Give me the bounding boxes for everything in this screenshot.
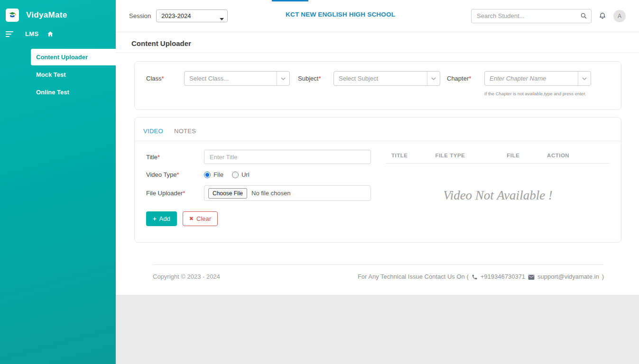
main-column: Session 2023-2024 KCT NEW ENGLISH HIGH S… — [116, 0, 639, 364]
chapter-field: Chapter* If the Chapter is not available… — [440, 71, 591, 97]
clear-button[interactable]: ✖ Clear — [183, 211, 218, 226]
uploader-body: Title* Video Type* File — [135, 141, 621, 242]
user-avatar[interactable]: A — [613, 10, 626, 22]
uploader-tabs: VIDEO NOTES — [135, 118, 621, 141]
chevron-down-icon — [427, 72, 440, 85]
class-field: Class* Select Class... — [146, 71, 290, 97]
sidebar-menu: Content Uploader Mock Test Online Test — [0, 49, 116, 100]
class-label: Class* — [146, 71, 184, 82]
video-type-options: File Url — [204, 171, 250, 178]
main-content: Class* Select Class... Subject* Select — [116, 53, 639, 295]
sidebar-item-content-uploader[interactable]: Content Uploader — [31, 49, 116, 65]
copyright-text: Copyright © 2023 - 2024 — [153, 273, 220, 280]
url-radio-label: Url — [241, 171, 250, 178]
empty-state-message: Video Not Available ! — [386, 188, 610, 203]
video-type-label: Video Type* — [146, 171, 204, 178]
subject-field: Subject* Select Subject — [290, 71, 440, 97]
contact-phone[interactable]: +919346730371 — [481, 273, 525, 280]
brand-name: VidyaMate — [26, 10, 67, 20]
home-icon[interactable] — [46, 30, 54, 37]
title-input[interactable] — [204, 150, 371, 164]
chevron-down-icon[interactable] — [578, 72, 591, 85]
sidebar: VidyaMate LMS Content Uploader Mock Test… — [0, 0, 116, 364]
header-accent-bar — [272, 0, 308, 1]
choose-file-button[interactable]: Choose File — [208, 188, 247, 199]
file-input[interactable]: Choose File No file chosen — [204, 185, 371, 201]
radio-option-file[interactable]: File — [204, 171, 223, 178]
chapter-input-wrap — [484, 71, 591, 86]
required-mark: * — [162, 75, 164, 82]
col-file: FILE — [507, 153, 547, 158]
notifications-bell-icon[interactable] — [599, 12, 606, 20]
video-table-header: TITLE FILE TYPE FILE ACTION — [386, 150, 610, 164]
subject-select-placeholder: Select Subject — [334, 75, 427, 82]
chapter-input[interactable] — [485, 75, 578, 82]
session-group: Session 2023-2024 — [129, 9, 228, 22]
contact-prefix: For Any Technical Issue Contact Us On ( — [358, 273, 469, 280]
chapter-help-text: If the Chapter is not available,type and… — [484, 90, 593, 97]
x-icon: ✖ — [189, 216, 194, 222]
title-label: Title* — [146, 154, 204, 161]
school-name: KCT NEW ENGLISH HIGH SCHOOL — [286, 11, 395, 18]
chapter-label: Chapter* — [447, 71, 484, 82]
tab-video[interactable]: VIDEO — [143, 127, 163, 135]
required-mark: * — [183, 190, 185, 197]
search-input[interactable] — [471, 9, 592, 23]
section-label: LMS — [25, 30, 39, 37]
footer-contact: For Any Technical Issue Contact Us On ( … — [358, 273, 604, 280]
required-mark: * — [177, 171, 179, 178]
search-icon[interactable] — [580, 12, 587, 21]
video-type-row: Video Type* File Url — [146, 171, 379, 178]
video-table: TITLE FILE TYPE FILE ACTION Video Not Av… — [386, 150, 610, 226]
upload-form: Title* Video Type* File — [146, 150, 379, 226]
url-radio[interactable] — [232, 172, 239, 178]
class-select-placeholder: Select Class... — [185, 75, 277, 82]
envelope-icon — [528, 274, 535, 280]
class-select[interactable]: Select Class... — [184, 71, 290, 86]
topbar-right: A — [471, 9, 626, 23]
sidebar-item-mock-test[interactable]: Mock Test — [31, 66, 116, 83]
tab-notes[interactable]: NOTES — [174, 127, 196, 135]
subject-label: Subject* — [298, 71, 333, 82]
footer: Copyright © 2023 - 2024 For Any Technica… — [153, 264, 604, 295]
plus-icon: + — [153, 215, 157, 222]
add-button[interactable]: + Add — [146, 211, 177, 226]
file-radio-label: File — [213, 171, 223, 178]
required-mark: * — [318, 75, 321, 82]
chevron-down-icon — [277, 72, 289, 85]
file-uploader-label: File Uploader* — [146, 190, 204, 197]
top-header: Session 2023-2024 KCT NEW ENGLISH HIGH S… — [116, 0, 639, 32]
sidebar-item-online-test[interactable]: Online Test — [31, 84, 116, 100]
add-button-label: Add — [159, 215, 170, 222]
clear-button-label: Clear — [196, 215, 211, 222]
title-row: Title* — [146, 150, 379, 164]
col-file-type: FILE TYPE — [435, 153, 507, 158]
col-title: TITLE — [386, 153, 435, 158]
contact-email[interactable]: support@vidyamate.in — [537, 273, 599, 280]
file-uploader-row: File Uploader* Choose File No file chose… — [146, 185, 379, 201]
uploader-card: VIDEO NOTES Title* — [134, 117, 621, 243]
required-mark: * — [469, 75, 471, 82]
required-mark: * — [157, 154, 160, 161]
phone-icon — [472, 274, 478, 280]
filter-card: Class* Select Class... Subject* Select — [134, 61, 621, 110]
hamburger-menu-icon[interactable] — [6, 31, 14, 37]
col-action: ACTION — [547, 153, 610, 158]
search-wrap — [471, 9, 592, 23]
page-head: Content Uploader — [116, 32, 639, 53]
session-select[interactable]: 2023-2024 — [156, 9, 228, 22]
contact-suffix: ) — [602, 273, 604, 280]
form-buttons: + Add ✖ Clear — [146, 211, 379, 226]
page-title: Content Uploader — [131, 39, 626, 47]
session-label: Session — [129, 12, 151, 19]
brand-row: VidyaMate — [0, 0, 116, 25]
app-logo-icon — [6, 9, 19, 22]
subject-select[interactable]: Select Subject — [333, 71, 440, 86]
content-surface: Session 2023-2024 KCT NEW ENGLISH HIGH S… — [116, 0, 639, 295]
file-radio[interactable] — [204, 172, 211, 178]
lms-row: LMS — [0, 25, 116, 41]
radio-option-url[interactable]: Url — [232, 171, 250, 178]
chapter-box: If the Chapter is not available,type and… — [484, 71, 591, 97]
file-status-text: No file chosen — [251, 190, 290, 197]
